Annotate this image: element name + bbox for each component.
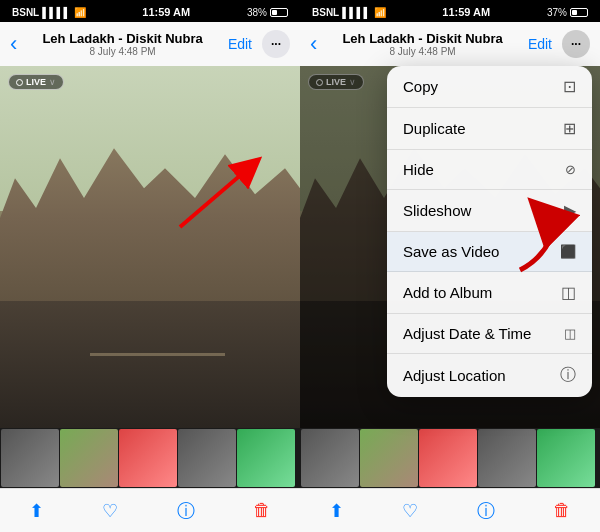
left-more-button[interactable]: ··· xyxy=(262,30,290,58)
menu-item-copy[interactable]: Copy ⊡ xyxy=(387,66,592,108)
duplicate-icon: ⊞ xyxy=(563,119,576,138)
left-subtitle-text: 8 July 4:48 PM xyxy=(17,46,228,57)
film-thumb-5[interactable] xyxy=(237,429,295,487)
add-album-icon: ◫ xyxy=(561,283,576,302)
right-battery-icon xyxy=(570,8,588,17)
menu-item-adjust-location[interactable]: Adjust Location ⓘ xyxy=(387,354,592,397)
right-more-button[interactable]: ··· xyxy=(562,30,590,58)
left-battery-pct: 38% xyxy=(247,7,267,18)
menu-item-duplicate[interactable]: Duplicate ⊞ xyxy=(387,108,592,150)
right-title-text: Leh Ladakh - Diskit Nubra xyxy=(317,31,528,46)
right-nav-title: Leh Ladakh - Diskit Nubra 8 July 4:48 PM xyxy=(317,31,528,57)
left-title-text: Leh Ladakh - Diskit Nubra xyxy=(17,31,228,46)
right-film-thumb-3[interactable] xyxy=(419,429,477,487)
left-delete-button[interactable]: 🗑 xyxy=(253,500,271,521)
film-thumb-4[interactable] xyxy=(178,429,236,487)
left-bottom-toolbar: ⬆ ♡ ⓘ 🗑 xyxy=(0,488,300,532)
right-time: 11:59 AM xyxy=(442,6,490,18)
film-thumb-3[interactable] xyxy=(119,429,177,487)
right-nav-actions: Edit ··· xyxy=(528,30,590,58)
left-share-button[interactable]: ⬆ xyxy=(29,500,44,522)
left-nav-actions: Edit ··· xyxy=(228,30,290,58)
left-filmstrip xyxy=(0,428,300,488)
menu-item-add-album[interactable]: Add to Album ◫ xyxy=(387,272,592,314)
right-film-thumb-1[interactable] xyxy=(301,429,359,487)
right-share-button[interactable]: ⬆ xyxy=(329,500,344,522)
right-filmstrip xyxy=(300,428,600,488)
context-menu: Copy ⊡ Duplicate ⊞ Hide ⊘ Slideshow ▶ Sa… xyxy=(387,66,592,397)
right-subtitle-text: 8 July 4:48 PM xyxy=(317,46,528,57)
right-heart-button[interactable]: ♡ xyxy=(402,500,418,522)
film-thumb-2[interactable] xyxy=(60,429,118,487)
left-back-button[interactable]: ‹ xyxy=(10,33,17,55)
right-edit-button[interactable]: Edit xyxy=(528,36,552,52)
left-edit-button[interactable]: Edit xyxy=(228,36,252,52)
right-film-thumb-2[interactable] xyxy=(360,429,418,487)
menu-item-slideshow[interactable]: Slideshow ▶ xyxy=(387,190,592,232)
adjust-location-icon: ⓘ xyxy=(560,365,576,386)
left-heart-button[interactable]: ♡ xyxy=(102,500,118,522)
right-carrier: BSNL ▌▌▌▌ 📶 xyxy=(312,7,386,18)
right-live-badge: LIVE ∨ xyxy=(308,74,364,90)
right-info-button[interactable]: ⓘ xyxy=(477,499,495,523)
left-nav-title: Leh Ladakh - Diskit Nubra 8 July 4:48 PM xyxy=(17,31,228,57)
left-panel: BSNL ▌▌▌▌ 📶 11:59 AM 38% ‹ Leh Ladakh - … xyxy=(0,0,300,532)
right-battery-pct: 37% xyxy=(547,7,567,18)
right-back-button[interactable]: ‹ xyxy=(310,33,317,55)
right-film-thumb-4[interactable] xyxy=(478,429,536,487)
menu-item-hide[interactable]: Hide ⊘ xyxy=(387,150,592,190)
right-bottom-toolbar: ⬆ ♡ ⓘ 🗑 xyxy=(300,488,600,532)
left-battery-area: 38% xyxy=(247,7,288,18)
left-info-button[interactable]: ⓘ xyxy=(177,499,195,523)
left-status-bar: BSNL ▌▌▌▌ 📶 11:59 AM 38% xyxy=(0,0,300,22)
right-film-thumb-5[interactable] xyxy=(537,429,595,487)
copy-icon: ⊡ xyxy=(563,77,576,96)
left-nav-bar: ‹ Leh Ladakh - Diskit Nubra 8 July 4:48 … xyxy=(0,22,300,66)
save-video-icon: ⬛ xyxy=(560,244,576,259)
left-time: 11:59 AM xyxy=(142,6,190,18)
right-status-bar: BSNL ▌▌▌▌ 📶 11:59 AM 37% xyxy=(300,0,600,22)
left-battery-icon xyxy=(270,8,288,17)
menu-item-adjust-date[interactable]: Adjust Date & Time ◫ xyxy=(387,314,592,354)
right-battery-area: 37% xyxy=(547,7,588,18)
right-delete-button[interactable]: 🗑 xyxy=(553,500,571,521)
right-panel: BSNL ▌▌▌▌ 📶 11:59 AM 37% ‹ Leh Ladakh - … xyxy=(300,0,600,532)
left-carrier: BSNL ▌▌▌▌ 📶 xyxy=(12,7,86,18)
left-photo: LIVE ∨ xyxy=(0,66,300,428)
left-live-badge: LIVE ∨ xyxy=(8,74,64,90)
menu-item-save-video[interactable]: Save as Video ⬛ xyxy=(387,232,592,272)
adjust-date-icon: ◫ xyxy=(564,326,576,341)
hide-icon: ⊘ xyxy=(565,162,576,177)
film-thumb-1[interactable] xyxy=(1,429,59,487)
slideshow-icon: ▶ xyxy=(564,201,576,220)
right-nav-bar: ‹ Leh Ladakh - Diskit Nubra 8 July 4:48 … xyxy=(300,22,600,66)
